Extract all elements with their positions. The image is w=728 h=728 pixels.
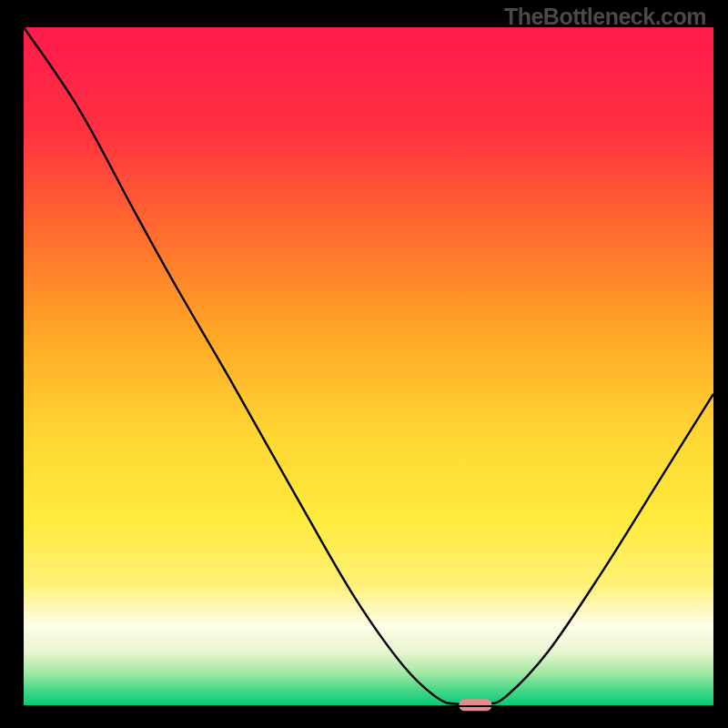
optimal-point-marker [459, 699, 491, 711]
bottleneck-chart [0, 0, 728, 728]
chart-container: TheBottleneck.com [0, 0, 728, 728]
watermark-text: TheBottleneck.com [504, 4, 706, 30]
plot-background [24, 27, 713, 706]
